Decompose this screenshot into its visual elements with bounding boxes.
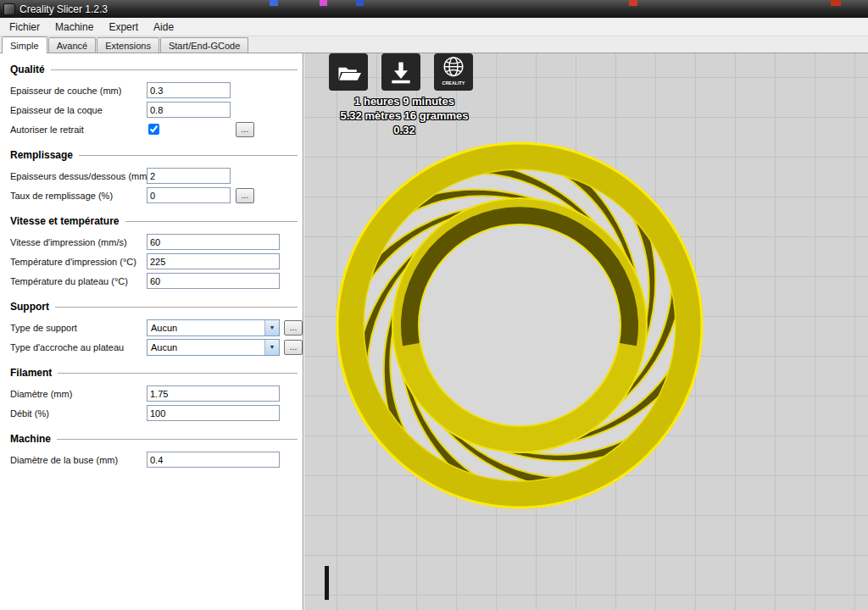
tab-simple[interactable]: Simple — [2, 36, 47, 53]
tab-avance[interactable]: Avancé — [48, 37, 97, 53]
retraction-checkbox[interactable] — [148, 124, 159, 135]
background-window-artifact — [270, 0, 278, 6]
section-support: Support Type de support Aucun ▼ ... Type… — [0, 301, 303, 357]
section-rule — [58, 373, 298, 374]
print-temperature-input[interactable] — [147, 253, 280, 269]
creality-cloud-button[interactable]: CREALITY — [434, 53, 473, 91]
setting-label: Diamètre de la buse (mm) — [10, 455, 147, 465]
menu-aide[interactable]: Aide — [146, 19, 181, 36]
setting-label: Diamètre (mm) — [10, 389, 147, 399]
setting-label: Autoriser le retrait — [10, 125, 147, 135]
setting-label: Vitesse d'impression (mm/s) — [10, 237, 147, 247]
download-icon — [386, 58, 416, 86]
section-title: Remplissage — [10, 149, 73, 161]
setting-fill-density: Taux de remplissage (%) ... — [0, 186, 303, 205]
platform-adhesion-value: Aucun — [147, 342, 264, 352]
setting-label: Epaisseur de la coque — [10, 105, 147, 115]
support-type-value: Aucun — [147, 323, 264, 333]
setting-print-speed: Vitesse d'impression (mm/s) — [0, 232, 303, 252]
filament-usage: 5.32 mètres 16 grammes — [308, 108, 501, 123]
setting-flow: Débit (%) — [0, 403, 303, 423]
globe-icon: CREALITY — [438, 55, 469, 89]
section-title: Qualité — [10, 64, 45, 75]
flow-input[interactable] — [147, 405, 280, 421]
tab-extensions[interactable]: Extensions — [97, 37, 159, 53]
setting-label: Type d'accroche au plateau — [10, 342, 147, 352]
support-type-more-button[interactable]: ... — [284, 320, 303, 336]
section-rule — [57, 439, 298, 440]
setting-label: Type de support — [10, 323, 147, 333]
open-folder-icon — [333, 58, 364, 86]
viewport-3d[interactable]: CREALITY 1 heures 9 minutes 5.32 mètres … — [304, 53, 868, 610]
setting-filament-diameter: Diamètre (mm) — [0, 384, 303, 403]
retraction-more-button[interactable]: ... — [236, 122, 254, 137]
setting-layer-height: Epaisseur de couche (mm) — [0, 80, 303, 100]
menu-fichier[interactable]: Fichier — [2, 19, 47, 36]
setting-label: Débit (%) — [10, 408, 147, 419]
window-title: Creality Slicer 1.2.3 — [19, 3, 108, 15]
setting-label: Température du plateau (°C) — [10, 276, 147, 286]
platform-adhesion-dropdown[interactable]: Aucun ▼ — [147, 339, 280, 356]
section-machine: Machine Diamètre de la buse (mm) — [0, 433, 303, 469]
setting-enable-retraction: Autoriser le retrait ... — [0, 119, 303, 139]
setting-bottom-top-thickness: Epaisseurs dessus/dessous (mm) — [0, 166, 303, 186]
section-quality: Qualité Epaisseur de couche (mm) Epaisse… — [0, 64, 303, 139]
setting-support-type: Type de support Aucun ▼ ... — [0, 318, 303, 337]
save-toolpath-button[interactable] — [381, 53, 420, 91]
load-model-button[interactable] — [329, 53, 368, 91]
fill-density-more-button[interactable]: ... — [236, 188, 254, 203]
setting-print-temperature: Température d'impression (°C) — [0, 252, 303, 271]
background-window-artifact — [320, 0, 327, 6]
setting-label: Epaisseur de couche (mm) — [10, 86, 147, 96]
app-icon — [3, 3, 15, 15]
section-rule — [79, 155, 298, 156]
section-filament: Filament Diamètre (mm) Débit (%) — [0, 367, 303, 423]
menu-expert[interactable]: Expert — [101, 19, 146, 36]
menu-machine[interactable]: Machine — [47, 19, 101, 36]
model-3d[interactable] — [333, 139, 706, 512]
setting-nozzle-size: Diamètre de la buse (mm) — [0, 450, 303, 469]
setting-platform-adhesion: Type d'accroche au plateau Aucun ▼ ... — [0, 337, 303, 357]
bottom-top-thickness-input[interactable] — [147, 168, 231, 184]
section-title: Vitesse et température — [10, 215, 120, 227]
creality-label: CREALITY — [442, 80, 465, 86]
setting-label: Température d'impression (°C) — [10, 257, 147, 267]
layer-slider[interactable] — [325, 566, 329, 600]
background-window-artifact — [629, 0, 637, 6]
section-rule — [125, 221, 298, 222]
setting-shell-thickness: Epaisseur de la coque — [0, 100, 303, 119]
titlebar[interactable]: Creality Slicer 1.2.3 — [0, 0, 868, 18]
setting-label: Taux de remplissage (%) — [10, 191, 147, 201]
section-rule — [51, 69, 298, 70]
section-title: Filament — [10, 367, 52, 379]
filament-diameter-input[interactable] — [147, 385, 280, 402]
print-speed-input[interactable] — [147, 234, 280, 250]
support-type-dropdown[interactable]: Aucun ▼ — [147, 319, 280, 336]
section-fill: Remplissage Epaisseurs dessus/dessous (m… — [0, 149, 303, 205]
background-window-artifact — [831, 0, 841, 6]
layer-height-input[interactable] — [147, 82, 231, 98]
menubar: Fichier Machine Expert Aide — [0, 18, 868, 36]
filament-extra: 0.32 — [308, 123, 501, 137]
print-stats: 1 heures 9 minutes 5.32 mètres 16 gramme… — [308, 94, 501, 137]
platform-adhesion-more-button[interactable]: ... — [284, 340, 303, 355]
shell-thickness-input[interactable] — [147, 102, 231, 118]
setting-bed-temperature: Température du plateau (°C) — [0, 271, 303, 291]
tab-start-end-gcode[interactable]: Start/End-GCode — [160, 37, 248, 53]
settings-panel: Qualité Epaisseur de couche (mm) Epaisse… — [0, 53, 303, 610]
section-title: Support — [10, 301, 49, 313]
section-speed-temperature: Vitesse et température Vitesse d'impress… — [0, 215, 303, 291]
section-title: Machine — [10, 433, 51, 445]
chevron-down-icon: ▼ — [264, 320, 279, 336]
nozzle-size-input[interactable] — [147, 452, 280, 468]
setting-label: Epaisseurs dessus/dessous (mm) — [10, 171, 147, 181]
print-time: 1 heures 9 minutes — [308, 94, 501, 108]
background-window-artifact — [356, 0, 364, 6]
tabbar: Simple Avancé Extensions Start/End-GCode — [0, 36, 868, 53]
fill-density-input[interactable] — [147, 187, 231, 203]
section-rule — [55, 307, 298, 308]
app-window: Creality Slicer 1.2.3 Fichier Machine Ex… — [0, 0, 868, 610]
bed-temperature-input[interactable] — [147, 273, 280, 289]
chevron-down-icon: ▼ — [264, 340, 279, 355]
